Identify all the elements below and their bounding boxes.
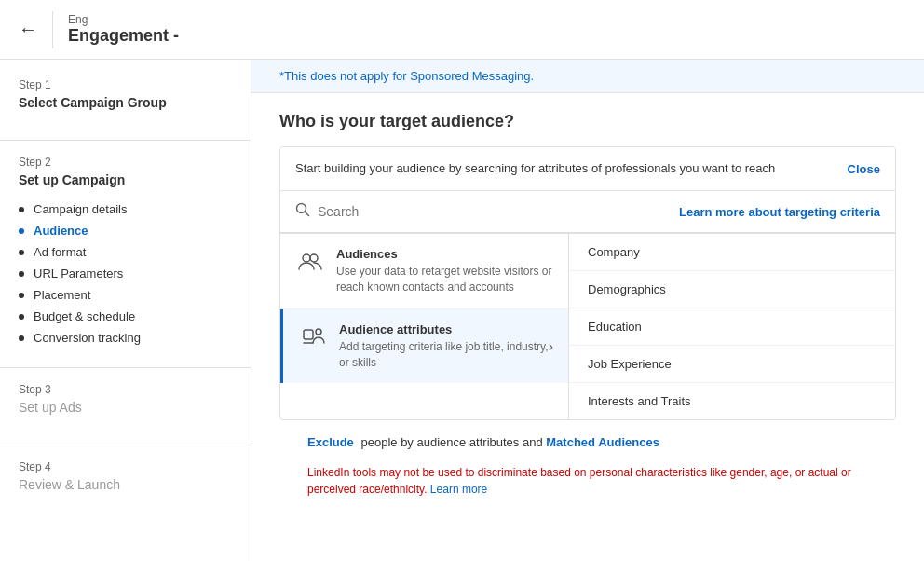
disclaimer-learn-more-link[interactable]: Learn more <box>430 483 487 496</box>
audiences-title: Audiences <box>336 247 553 261</box>
svg-line-1 <box>306 212 309 216</box>
step2-title: Set up Campaign <box>19 172 232 187</box>
sidebar-item-placement[interactable]: Placement <box>19 284 232 306</box>
content-area: *This does not apply for Sponsored Messa… <box>251 60 924 561</box>
exclude-row: Exclude people by audience attributes an… <box>279 420 896 464</box>
panel-item-audiences[interactable]: Audiences Use your data to retarget webs… <box>280 234 568 309</box>
close-button[interactable]: Close <box>848 162 880 176</box>
sidebar-item-audience[interactable]: Audience <box>19 220 232 241</box>
notice-bar: *This does not apply for Sponsored Messa… <box>251 60 924 93</box>
audience-attributes-text: Audience attributes Add targeting criter… <box>339 322 549 371</box>
right-panel-education[interactable]: Education <box>569 308 895 346</box>
sidebar-item-ad-format[interactable]: Ad format <box>19 241 232 263</box>
header-title-block: Eng Engagement - <box>68 13 179 46</box>
step2-nav: Campaign details Audience Ad format URL … <box>19 198 232 349</box>
step4-label: Step 4 <box>19 460 232 473</box>
disclaimer-text: LinkedIn tools may not be used to discri… <box>307 466 851 496</box>
bullet-ad-format <box>19 250 24 255</box>
right-panel: Company Demographics Education Job Exper… <box>569 234 895 419</box>
search-row: Learn more about targeting criteria <box>280 191 895 233</box>
svg-point-2 <box>303 254 310 262</box>
header: ← Eng Engagement - <box>0 0 924 60</box>
exclude-static-text: people by audience attributes and <box>358 435 546 449</box>
exclude-link[interactable]: Exclude <box>307 435 354 449</box>
section-title: Who is your target audience? <box>279 112 896 131</box>
target-audience-section: Who is your target audience? Start build… <box>251 93 924 535</box>
audiences-text: Audiences Use your data to retarget webs… <box>336 247 553 295</box>
step1-label: Step 1 <box>19 78 232 91</box>
audience-attributes-icon <box>298 322 328 352</box>
sidebar-item-url-parameters[interactable]: URL Parameters <box>19 263 232 284</box>
search-input[interactable] <box>318 204 664 219</box>
build-audience-bar: Start building your audience by searchin… <box>280 147 895 191</box>
audiences-icon <box>295 247 325 277</box>
bullet-audience <box>19 228 24 234</box>
build-audience-text: Start building your audience by searchin… <box>295 160 775 177</box>
audience-card: Start building your audience by searchin… <box>279 146 896 420</box>
audience-attributes-desc: Add targeting criteria like job title, i… <box>339 339 549 371</box>
back-button[interactable]: ← <box>19 19 37 40</box>
main-layout: Step 1 Select Campaign Group Step 2 Set … <box>0 60 924 561</box>
bullet-conversion-tracking <box>19 335 24 341</box>
matched-audiences-link[interactable]: Matched Audiences <box>546 435 659 449</box>
step2-group: Step 2 Set up Campaign Campaign details … <box>0 156 251 368</box>
header-title: Engagement - <box>68 26 179 46</box>
right-panel-job-experience[interactable]: Job Experience <box>569 346 895 383</box>
audiences-desc: Use your data to retarget website visito… <box>336 264 553 295</box>
svg-point-3 <box>310 254 318 262</box>
step3-label: Step 3 <box>19 383 232 396</box>
right-panel-interests-traits[interactable]: Interests and Traits <box>569 383 895 419</box>
sidebar-item-campaign-details[interactable]: Campaign details <box>19 198 232 220</box>
sidebar: Step 1 Select Campaign Group Step 2 Set … <box>0 60 251 561</box>
right-panel-demographics[interactable]: Demographics <box>569 271 895 308</box>
step1-title: Select Campaign Group <box>19 95 232 110</box>
step4-title: Review & Launch <box>19 477 232 492</box>
svg-point-5 <box>316 329 321 335</box>
bullet-budget-schedule <box>19 314 24 320</box>
step3-group: Step 3 Set up Ads <box>0 383 251 445</box>
step4-group: Step 4 Review & Launch <box>0 460 251 522</box>
left-panel: Audiences Use your data to retarget webs… <box>280 234 569 419</box>
step1-group: Step 1 Select Campaign Group <box>0 78 251 141</box>
sidebar-item-budget-schedule[interactable]: Budget & schedule <box>19 306 232 327</box>
sidebar-item-conversion-tracking[interactable]: Conversion tracking <box>19 327 232 349</box>
right-panel-company[interactable]: Company <box>569 234 895 271</box>
content-inner: *This does not apply for Sponsored Messa… <box>251 60 924 561</box>
disclaimer: LinkedIn tools may not be used to discri… <box>279 464 896 516</box>
learn-more-link[interactable]: Learn more about targeting criteria <box>679 205 880 219</box>
header-subtitle: Eng <box>68 13 179 26</box>
header-divider <box>52 11 53 48</box>
bullet-placement <box>19 293 24 298</box>
step2-label: Step 2 <box>19 156 232 169</box>
chevron-right-icon: › <box>549 338 553 355</box>
bullet-url-parameters <box>19 271 24 277</box>
search-icon <box>295 202 310 221</box>
panel-item-audience-attributes[interactable]: Audience attributes Add targeting criter… <box>280 309 568 384</box>
bullet-campaign-details <box>19 207 24 212</box>
step3-title: Set up Ads <box>19 400 232 415</box>
svg-rect-4 <box>304 330 313 339</box>
audience-attributes-title: Audience attributes <box>339 322 549 336</box>
search-input-wrap <box>295 202 664 221</box>
notice-text: *This does not apply for Sponsored Messa… <box>279 69 534 83</box>
dropdown-panels: Audiences Use your data to retarget webs… <box>280 233 895 419</box>
